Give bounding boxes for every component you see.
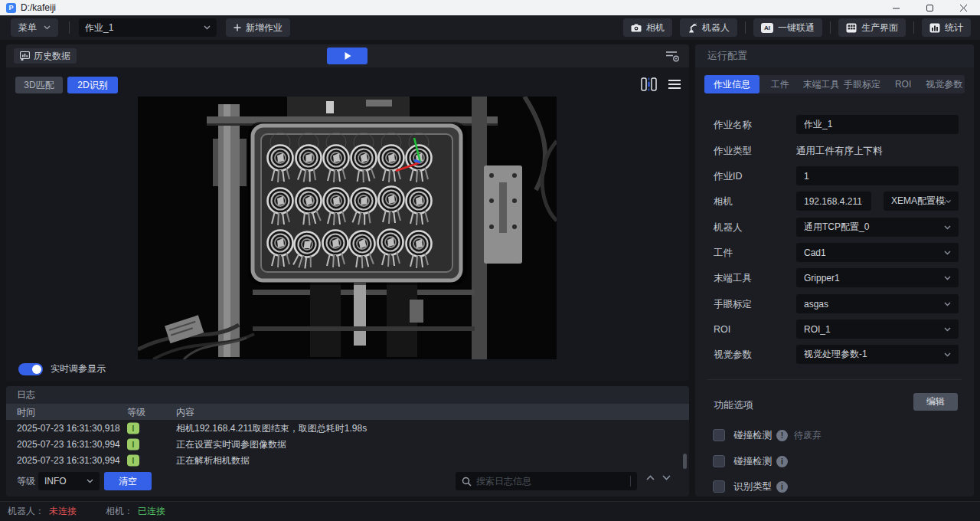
production-ui-label: 生产界面 [861, 21, 898, 34]
search-divider [630, 476, 631, 487]
statistics-label: 统计 [945, 21, 963, 34]
feature-label: 碰撞检测 [733, 429, 772, 442]
run-config-title: 运行配置 [695, 44, 974, 67]
log-scrollbar[interactable] [683, 454, 687, 469]
job-id-label: 作业ID [714, 169, 743, 182]
run-settings-icon[interactable] [665, 49, 680, 66]
feature-options-title: 功能选项 [714, 398, 753, 412]
collision-check-checkbox[interactable] [713, 429, 725, 441]
workpiece-select[interactable]: Cad1 [796, 243, 959, 262]
grid-icon [846, 23, 857, 33]
run-button[interactable] [327, 48, 368, 64]
tab-3d-match[interactable]: 3D匹配 [15, 77, 63, 93]
camera-image [138, 97, 557, 359]
chevron-down-icon [87, 479, 93, 483]
camera-status-value: 已连接 [138, 505, 165, 518]
level-filter-value: INFO [44, 476, 67, 487]
maximize-icon[interactable] [913, 0, 946, 15]
live-tuning-toggle[interactable] [18, 363, 43, 375]
feature-label: 识别类型 [733, 480, 772, 493]
warning-icon[interactable]: ! [776, 430, 788, 441]
tab-vision-params[interactable]: 视觉参数 [923, 75, 965, 93]
log-row[interactable]: 2025-07-23 16:31:30,918 I 相机192.168.4.21… [6, 420, 689, 436]
tab-end-tool[interactable]: 末端工具 [801, 75, 842, 93]
hand-eye-field-label: 手眼标定 [714, 297, 752, 310]
robot-field-label: 机器人 [714, 221, 743, 234]
ai-icon: AI [761, 23, 773, 33]
toolbar-divider [913, 21, 914, 34]
collision-check2-checkbox[interactable] [713, 455, 725, 467]
toolbar-divider [69, 21, 70, 34]
clear-log-button[interactable]: 清空 [104, 472, 152, 490]
view-toolbar: 历史数据 [6, 44, 689, 67]
menu-button[interactable]: 菜单 [11, 18, 58, 37]
job-type-label: 作业类型 [714, 144, 752, 157]
camera-ip-select[interactable]: 192.168.4.211 [796, 192, 871, 211]
tab-workpiece[interactable]: 工件 [760, 75, 801, 93]
log-row[interactable]: 2025-07-23 16:31:30,994 I 正在设置实时调参图像数据 [6, 436, 689, 452]
production-ui-button[interactable]: 生产界面 [838, 18, 906, 37]
job-id-input[interactable] [804, 171, 951, 182]
camera-field-label: 相机 [714, 195, 733, 208]
feature-row: 碰撞检测 i [695, 454, 974, 468]
job-select-value: 作业_1 [85, 21, 113, 34]
statistics-button[interactable]: 统计 [922, 18, 971, 37]
roi-select[interactable]: ROI_1 [796, 319, 959, 339]
tab-roi[interactable]: ROI [883, 75, 924, 93]
section-divider [707, 379, 962, 380]
camera-template-select[interactable]: XEMA配置模板- [884, 192, 959, 211]
col-level: 等级 [127, 405, 145, 418]
end-tool-select[interactable]: Gripper1 [796, 268, 959, 287]
robot-select[interactable]: 通用TCP配置_0 [796, 218, 959, 237]
camera-button[interactable]: 相机 [623, 18, 672, 37]
history-data-button[interactable]: 历史数据 [14, 48, 77, 64]
app-window: P D:/kafeiji 菜单 作业_1 新增作业 [0, 0, 980, 521]
menu-list-icon[interactable] [668, 79, 681, 90]
log-level-badge: I [127, 454, 139, 466]
log-content: 相机192.168.4.211取图结束，取图总耗时1.98s [176, 421, 367, 434]
robot-button[interactable]: 机器人 [680, 18, 737, 37]
chevron-down-icon [204, 25, 211, 30]
tab-hand-eye[interactable]: 手眼标定 [841, 75, 883, 93]
hand-eye-select[interactable]: asgas [796, 294, 959, 313]
chevron-down-icon [946, 199, 951, 204]
log-title: 日志 [6, 386, 689, 404]
vision-params-select[interactable]: 视觉处理参数-1 [796, 345, 959, 364]
log-search-input[interactable] [476, 476, 626, 487]
camera-status-label: 相机： [106, 505, 133, 518]
window-controls [879, 0, 980, 15]
log-level-badge: I [127, 422, 139, 434]
camera-template-value: XEMA配置模板- [891, 195, 946, 208]
edit-button[interactable]: 编辑 [913, 393, 958, 411]
run-config-panel: 运行配置 作业信息 工件 末端工具 手眼标定 ROI 视觉参数 作业名称 作业类… [695, 44, 974, 496]
live-tuning-label: 实时调参显示 [51, 362, 106, 375]
one-key-link-button[interactable]: AI 一键联通 [753, 18, 822, 37]
search-prev-icon[interactable] [646, 475, 655, 480]
camera-ip-value: 192.168.4.211 [804, 196, 862, 207]
log-row[interactable]: 2025-07-23 16:31:30,994 I 正在解析相机数据 [6, 452, 689, 468]
tab-job-info[interactable]: 作业信息 [704, 75, 760, 93]
chevron-down-icon [944, 276, 951, 280]
compare-view-icon[interactable] [641, 77, 657, 91]
recognition-type-checkbox[interactable] [713, 480, 725, 493]
chevron-down-icon [944, 225, 951, 230]
col-time: 时间 [17, 405, 35, 418]
level-filter-select[interactable]: INFO [38, 472, 100, 490]
end-tool-value: Gripper1 [804, 273, 840, 283]
info-icon[interactable]: i [776, 481, 788, 493]
feature-note: 待废弃 [794, 429, 822, 442]
tab-2d-recognition[interactable]: 2D识别 [67, 77, 118, 93]
info-icon[interactable]: i [776, 456, 788, 467]
minimize-icon[interactable] [879, 0, 913, 15]
end-tool-field-label: 末端工具 [714, 271, 752, 284]
window-title: D:/kafeiji [21, 2, 56, 13]
log-time: 2025-07-23 16:31:30,994 [17, 439, 120, 450]
vision-view-panel: 3D匹配 2D识别 [6, 67, 689, 381]
robot-status-value: 未连接 [49, 505, 77, 518]
add-job-button[interactable]: 新增作业 [226, 18, 290, 37]
close-icon[interactable] [946, 0, 980, 15]
job-select[interactable]: 作业_1 [79, 18, 217, 37]
job-name-input[interactable] [804, 120, 951, 130]
add-job-label: 新增作业 [246, 21, 283, 34]
search-next-icon[interactable] [662, 475, 671, 480]
